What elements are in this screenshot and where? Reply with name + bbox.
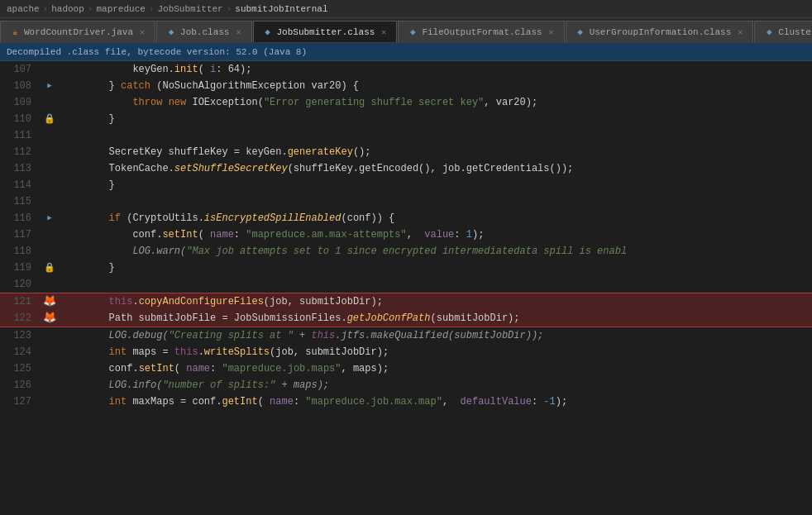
tab-close-jobsubmitter[interactable]: ✕ [380,26,388,38]
gutter-126 [41,377,58,393]
breadcrumb-bar: apache › hadoop › mapreduce › JobSubmitt… [0,0,812,18]
tab-label: FileOutputFormat.class [422,27,542,37]
breadcrumb-jobsubmitter[interactable]: JobSubmitter [157,4,222,14]
class-file-icon-4: ◆ [763,26,775,38]
code-line-125: 125 conf.setInt( name: "mapreduce.job.ma… [0,360,812,377]
gutter-118 [41,243,58,260]
class-file-icon-3: ◆ [575,26,586,38]
tab-job[interactable]: ◆ Job.class ✕ [156,21,251,42]
breadcrumb-method[interactable]: submitJobInternal [235,4,327,14]
code-line-111: 111 [0,127,812,144]
gutter-116: ▶ [41,210,58,227]
line-num-127: 127 [0,393,41,410]
tab-cluster[interactable]: ◆ Cluster.class ✕ [754,21,812,42]
tab-label: UserGroupInformation.class [590,27,732,37]
line-num-109: 109 [0,94,41,111]
tab-label: JobSubmitter.class [277,27,375,37]
tab-label: WordCountDriver.java [24,27,133,37]
line-content-124: int maps = this.writeSplits(job, submitJ… [58,344,812,360]
line-content-119: } [58,260,812,276]
line-num-119: 119 [0,260,41,276]
code-line-120: 120 [0,276,812,293]
line-content-107: keyGen.init( i: 64); [58,61,812,78]
line-content-114: } [58,177,812,193]
line-content-108: } catch (NoSuchAlgorithmException var20)… [58,78,812,94]
line-num-124: 124 [0,344,41,360]
gutter-108: ▶ [41,78,58,94]
gutter-113 [41,160,58,177]
line-num-123: 123 [0,327,41,344]
line-content-110: } [58,111,812,127]
line-content-117: conf.setInt( name: "mapreduce.am.max-att… [58,227,812,243]
code-line-116: 116 ▶ if (CryptoUtils.isEncryptedSpillEn… [0,210,812,227]
gutter-122: 🦊 [41,310,58,327]
line-num-108: 108 [0,78,41,94]
line-content-126: LOG.info("number of splits:" + maps); [58,377,812,393]
tab-jobsubmitter[interactable]: ◆ JobSubmitter.class ✕ [253,21,398,42]
gutter-114 [41,177,58,193]
tab-usergroup[interactable]: ◆ UserGroupInformation.class ✕ [566,21,754,42]
notification-bar: Decompiled .class file, bytecode version… [0,43,812,61]
tab-close-fileoutput[interactable]: ✕ [547,26,556,38]
tab-fileoutput[interactable]: ◆ FileOutputFormat.class ✕ [398,21,564,42]
code-line-108: 108 ▶ } catch (NoSuchAlgorithmException … [0,78,812,94]
tab-close-usergroup[interactable]: ✕ [736,26,744,38]
breadcrumb-apache[interactable]: apache [7,4,40,14]
code-line-115: 115 [0,193,812,210]
code-line-123: 123 LOG.debug("Creating splits at " + th… [0,327,812,344]
line-content-121: this.copyAndConfigureFiles(job, submitJo… [58,293,812,310]
code-line-110: 110 🔒 } [0,111,812,127]
gutter-119: 🔒 [41,260,58,276]
line-num-114: 114 [0,177,41,193]
line-num-107: 107 [0,61,41,78]
code-line-119: 119 🔒 } [0,260,812,276]
tab-label: Job.class [180,27,229,37]
code-line-126: 126 LOG.info("number of splits:" + maps)… [0,377,812,393]
line-content-115 [58,193,812,210]
class-file-icon-2: ◆ [407,26,418,38]
gutter-120 [41,276,58,293]
line-content-122: Path submitJobFile = JobSubmissionFiles.… [58,310,812,327]
line-content-109: throw new IOException("Error generating … [58,94,812,111]
code-line-112: 112 SecretKey shuffleKey = keyGen.genera… [0,144,812,160]
line-num-116: 116 [0,210,41,227]
tab-wordcountdriver[interactable]: ☕ WordCountDriver.java ✕ [0,21,155,42]
gutter-112 [41,144,58,160]
line-num-112: 112 [0,144,41,160]
notification-text: Decompiled .class file, bytecode version… [7,47,307,57]
gutter-127 [41,393,58,410]
code-line-118: 118 LOG.warn("Max job attempts set to 1 … [0,243,812,260]
gutter-109 [41,94,58,111]
tab-label: Cluster.class [778,27,812,37]
line-num-118: 118 [0,243,41,260]
breadcrumb-mapreduce[interactable]: mapreduce [96,4,145,14]
line-num-122: 122 [0,310,41,327]
code-line-114: 114 } [0,177,812,193]
line-num-110: 110 [0,111,41,127]
line-content-116: if (CryptoUtils.isEncryptedSpillEnabled(… [58,210,812,227]
line-content-127: int maxMaps = conf.getInt( name: "mapred… [58,393,812,410]
code-line-117: 117 conf.setInt( name: "mapreduce.am.max… [0,227,812,243]
gutter-125 [41,360,58,377]
line-content-120 [58,276,812,293]
gutter-121: 🦊 [41,293,58,310]
tab-close-job[interactable]: ✕ [234,26,242,38]
code-line-113: 113 TokenCache.setShuffleSecretKey(shuff… [0,160,812,177]
line-num-111: 111 [0,127,41,144]
gutter-123 [41,327,58,344]
code-editor: 107 keyGen.init( i: 64); 108 ▶ } catch (… [0,61,812,515]
breadcrumb-hadoop[interactable]: hadoop [51,4,84,14]
class-file-icon: ◆ [165,26,177,38]
code-line-124: 124 int maps = this.writeSplits(job, sub… [0,344,812,360]
code-line-121: 121 🦊 this.copyAndConfigureFiles(job, su… [0,293,812,310]
gutter-124 [41,344,58,360]
line-content-113: TokenCache.setShuffleSecretKey(shuffleKe… [58,160,812,177]
line-content-125: conf.setInt( name: "mapreduce.job.maps",… [58,360,812,377]
java-file-icon: ☕ [9,26,21,38]
gutter-115 [41,193,58,210]
code-line-109: 109 throw new IOException("Error generat… [0,94,812,111]
line-num-126: 126 [0,377,41,393]
code-line-122: 122 🦊 Path submitJobFile = JobSubmission… [0,310,812,327]
line-num-113: 113 [0,160,41,177]
tab-close-wordcount[interactable]: ✕ [138,26,146,38]
